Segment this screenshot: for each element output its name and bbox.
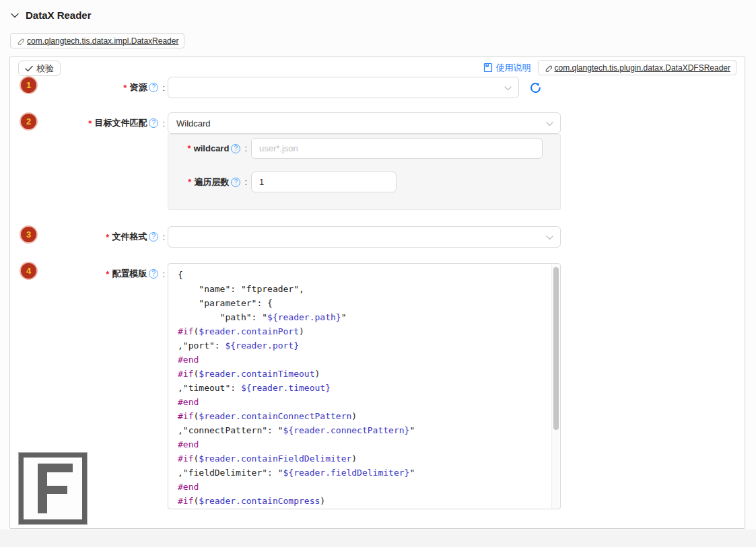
plugin-class-chip[interactable]: com.qlangtech.tis.plugin.datax.DataXDFSR…: [538, 60, 736, 75]
link-icon: [16, 37, 24, 45]
help-icon[interactable]: ?: [149, 232, 158, 242]
validate-button-label: 校验: [36, 63, 54, 75]
config-template-code-editor[interactable]: { "name": "ftpreader", "parameter": { "p…: [168, 263, 561, 509]
code-content[interactable]: { "name": "ftpreader", "parameter": { "p…: [168, 264, 551, 509]
field-label-file-match: * 目标文件匹配 ? :: [10, 112, 165, 134]
required-marker: *: [123, 83, 127, 93]
chevron-down-icon: [546, 122, 553, 126]
wildcard-sub-panel: * wildcard ? : * 遍历层数 ? :: [168, 134, 561, 210]
letter-f-icon: [32, 462, 74, 515]
file-format-select[interactable]: [168, 226, 561, 248]
validate-button[interactable]: 校验: [18, 61, 61, 76]
panel-top-right: 使用说明 com.qlangtech.tis.plugin.datax.Data…: [483, 60, 736, 75]
datax-reader-form-panel: 校验 使用说明: [9, 57, 745, 529]
file-match-select[interactable]: Wildcard: [168, 112, 561, 134]
help-icon[interactable]: ?: [231, 178, 240, 187]
chevron-down-icon: [504, 86, 512, 91]
help-icon[interactable]: ?: [149, 83, 158, 92]
chevron-down-icon: [546, 235, 553, 240]
chevron-down-icon[interactable]: [11, 13, 19, 18]
link-icon: [544, 64, 552, 72]
page-backdrop: [0, 530, 756, 547]
code-editor-scrollbar[interactable]: [551, 264, 559, 508]
resource-select[interactable]: [168, 77, 519, 98]
field-label-config-template: * 配置模版 ? :: [10, 263, 165, 285]
help-icon[interactable]: ?: [149, 118, 158, 128]
help-icon[interactable]: ?: [231, 144, 240, 153]
document-icon: [483, 63, 493, 73]
page: DataX Reader com.qlangtech.tis.datax.imp…: [0, 0, 756, 547]
field-label-file-format: * 文件格式 ? :: [10, 226, 165, 248]
usage-help-label: 使用说明: [496, 62, 531, 74]
reader-class-chip[interactable]: com.qlangtech.tis.datax.impl.DataxReader: [10, 33, 184, 48]
code-editor-scrollbar-thumb[interactable]: [553, 267, 559, 430]
field-label-wildcard: * wildcard ? :: [168, 138, 247, 159]
required-marker: *: [88, 118, 92, 129]
usage-help-link[interactable]: 使用说明: [483, 62, 531, 74]
wildcard-input[interactable]: [251, 138, 543, 159]
required-marker: *: [188, 177, 191, 187]
reader-class-link[interactable]: com.qlangtech.tis.datax.impl.DataxReader: [27, 36, 178, 46]
required-marker: *: [106, 232, 109, 242]
feedback-logo[interactable]: [19, 453, 87, 524]
required-marker: *: [106, 269, 109, 279]
field-label-traverse-depth: * 遍历层数 ? :: [168, 172, 247, 192]
check-icon: [25, 65, 33, 72]
required-marker: *: [188, 143, 191, 153]
field-label-resource: * 资源 ? :: [10, 77, 165, 98]
page-title: DataX Reader: [26, 9, 92, 21]
refresh-icon[interactable]: [528, 81, 543, 95]
section-header: DataX Reader: [11, 9, 92, 21]
help-icon[interactable]: ?: [149, 269, 158, 279]
plugin-class-link[interactable]: com.qlangtech.tis.plugin.datax.DataXDFSR…: [555, 63, 730, 73]
traverse-depth-input[interactable]: [251, 172, 397, 192]
